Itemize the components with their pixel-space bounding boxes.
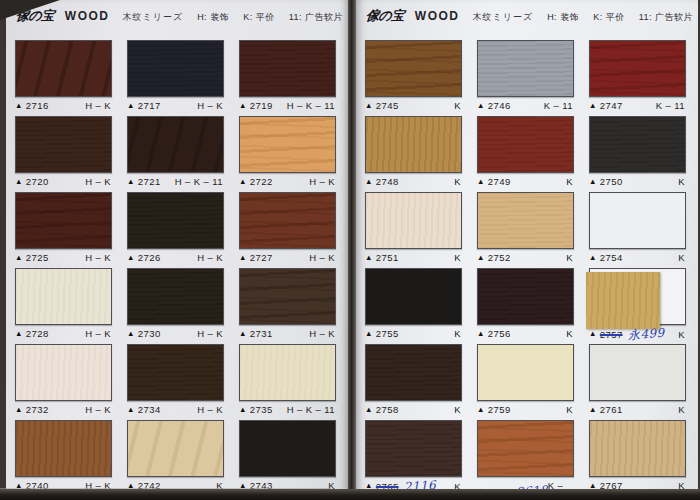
grade-code: H – K [197,404,224,415]
brand-logo: 傢の宝 [365,7,405,25]
grade-code: K [566,252,574,263]
swatch-cell: ▲2745K [365,40,462,113]
wood-swatch [127,192,224,249]
swatch-cell: ▲2732H – K [15,344,112,417]
swatch-cell: ▲2722H – K [239,116,336,189]
triangle-marker-icon: ▲ [477,406,485,414]
swatch-number-group: ▲2759 [477,404,511,415]
grade-code: H – K [197,100,224,111]
swatch-number-group: ▲2721 [127,176,161,187]
swatch-cell: ▲2750K [589,116,686,189]
triangle-marker-icon: ▲ [477,330,485,338]
wood-swatch [15,268,112,325]
grade-code: H – K [85,328,112,339]
swatch-number: 2728 [26,328,49,339]
swatch-label: ▲2719H – K – 11 [239,100,336,111]
wood-swatch [127,116,224,173]
swatch-label: ▲2734H – K [127,404,224,415]
pasted-wood-sample [586,272,660,329]
swatch-label: ▲2754K [589,252,686,263]
swatch-number: 2748 [376,176,399,187]
swatch-cell: ▲2746K – 11 [477,40,574,113]
wood-swatch [589,420,686,477]
wood-swatch [477,40,574,97]
catalog-page-right: 傢の宝 WOOD 木纹ミリーズ H: 装饰 K: 平价 11: 广告软片 ▲27… [356,0,698,491]
triangle-marker-icon: ▲ [477,254,485,262]
wood-swatch [589,40,686,97]
grade-code: K [454,328,462,339]
swatch-cell: ▲2747K – 11 [589,40,686,113]
wood-swatch [239,344,336,401]
table-edge [0,489,700,500]
swatch-number: 2749 [488,176,511,187]
swatch-number-group: ▲2716 [15,100,49,111]
wood-swatch [127,40,224,97]
grade-code: K [566,404,574,415]
swatch-number: 2758 [376,404,399,415]
grade-code: H – K [309,328,336,339]
wood-swatch [365,344,462,401]
triangle-marker-icon: ▲ [239,178,247,186]
grade-code: K [566,176,574,187]
swatch-number: 2722 [250,176,273,187]
wood-swatch [365,192,462,249]
swatch-cell: ▲2743K [239,420,336,491]
grade-code: K [454,404,462,415]
grade-code: K – 11 [656,100,686,111]
grade-code: H – K [85,252,112,263]
swatch-cell: ▲2726H – K [127,192,224,265]
swatch-number-group: ▲2761 [589,404,623,415]
swatch-label: ▲2717H – K [127,100,224,111]
legend-11: 11: 广告软片 [289,11,343,24]
triangle-marker-icon: ▲ [589,254,597,262]
wood-swatch [365,268,462,325]
swatch-cell: ▲2756K [477,268,574,341]
triangle-marker-icon: ▲ [239,406,247,414]
swatch-label: ▲2722H – K [239,176,336,187]
swatch-number-group: ▲2732 [15,404,49,415]
swatch-number-group: ▲2757永499 [589,328,664,340]
swatch-number: 2726 [138,252,161,263]
wood-swatch [127,344,224,401]
swatch-number: 2756 [488,328,511,339]
swatch-label: ▲2721H – K – 11 [127,176,224,187]
catalog-page-left: 傢の宝 WOOD 木纹ミリーズ H: 装饰 K: 平价 11: 广告软片 ▲27… [6,0,348,491]
swatch-number: 2752 [488,252,511,263]
swatch-cell: ▲2717H – K [127,40,224,113]
handwritten-correction: 永499 [627,327,664,342]
swatch-grid-right: ▲2745K▲2746K – 11▲2747K – 11▲2748K▲2749K… [356,33,698,491]
swatch-number: 2761 [600,404,623,415]
wood-swatch [15,40,112,97]
swatch-label: ▲2731H – K [239,328,336,339]
swatch-label: ▲2745K [365,100,462,111]
swatch-number: 2735 [250,404,273,415]
wood-swatch [239,40,336,97]
swatch-number: 2754 [600,252,623,263]
swatch-number-group: ▲2728 [15,328,49,339]
wood-swatch [15,192,112,249]
triangle-marker-icon: ▲ [477,178,485,186]
swatch-number-group: ▲2730 [127,328,161,339]
swatch-label: ▲2747K – 11 [589,100,686,111]
triangle-marker-icon: ▲ [127,406,135,414]
wood-swatch [477,192,574,249]
swatch-cell: ▲2758K [365,344,462,417]
brand-name: WOOD [65,9,110,23]
triangle-marker-icon: ▲ [15,330,23,338]
grade-code: H – K [197,328,224,339]
swatch-number-group: ▲2751 [365,252,399,263]
grade-code: H – K [197,252,224,263]
wood-swatch [239,420,336,477]
swatch-cell: ▲2740H – K [15,420,112,491]
swatch-label: ▲2735H – K – 11 [239,404,336,415]
swatch-label: ▲2726H – K [127,252,224,263]
swatch-number: 2716 [26,100,49,111]
page-header: 傢の宝 WOOD 木纹ミリーズ H: 装饰 K: 平价 11: 广告软片 [6,0,348,33]
grade-code: K [454,176,462,187]
swatch-number-group: ▲2750 [589,176,623,187]
swatch-cell: ▲2748K [365,116,462,189]
swatch-label: ▲2761K [589,404,686,415]
swatch-number: 2745 [376,100,399,111]
swatch-label: ▲2716H – K [15,100,112,111]
swatch-label: ▲2725H – K [15,252,112,263]
